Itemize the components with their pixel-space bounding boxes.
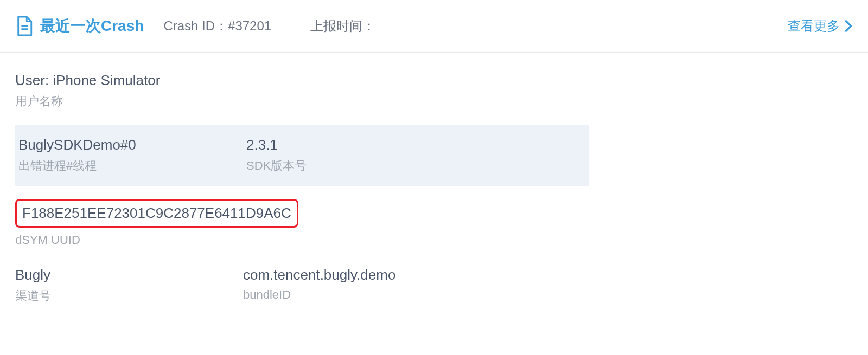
- bundle-id-value: com.tencent.bugly.demo: [243, 267, 395, 283]
- content-area: User: iPhone Simulator 用户名称 BuglySDKDemo…: [0, 53, 868, 315]
- dsym-uuid-label: dSYM UUID: [15, 233, 853, 247]
- sdk-version-label: SDK版本号: [246, 158, 307, 174]
- user-block: User: iPhone Simulator 用户名称: [15, 72, 853, 109]
- process-sdk-row: BuglySDKDemo#0 出错进程#线程 2.3.1 SDK版本号: [15, 125, 589, 186]
- sdk-version-value: 2.3.1: [246, 137, 307, 153]
- bundle-block: com.tencent.bugly.demo bundleID: [243, 267, 395, 304]
- sdk-block: 2.3.1 SDK版本号: [246, 137, 307, 174]
- chevron-right-icon: [844, 20, 853, 33]
- header-bar: 最近一次Crash Crash ID：#37201 上报时间： 查看更多: [0, 0, 868, 53]
- header-left: 最近一次Crash Crash ID：#37201 上报时间：: [15, 15, 788, 37]
- dsym-uuid-value: F188E251EE72301C9C2877E6411D9A6C: [22, 205, 291, 222]
- crash-id: Crash ID：#37201: [163, 17, 271, 35]
- report-time-label: 上报时间：: [310, 18, 375, 33]
- process-block: BuglySDKDemo#0 出错进程#线程: [18, 137, 246, 174]
- user-label: 用户名称: [15, 93, 853, 109]
- process-label: 出错进程#线程: [18, 158, 246, 174]
- view-more-link[interactable]: 查看更多: [788, 17, 853, 35]
- channel-label: 渠道号: [15, 288, 243, 304]
- page-title: 最近一次Crash: [40, 16, 144, 36]
- dsym-highlight-box: F188E251EE72301C9C2877E6411D9A6C: [15, 199, 298, 228]
- report-time: 上报时间：: [310, 17, 375, 35]
- view-more-label: 查看更多: [788, 17, 840, 35]
- channel-value: Bugly: [15, 267, 243, 283]
- dsym-block: F188E251EE72301C9C2877E6411D9A6C dSYM UU…: [15, 199, 853, 247]
- user-value: User: iPhone Simulator: [15, 72, 853, 89]
- process-value: BuglySDKDemo#0: [18, 137, 246, 153]
- crash-id-value: #37201: [228, 18, 271, 33]
- channel-block: Bugly 渠道号: [15, 267, 243, 304]
- crash-id-label: Crash ID：: [163, 18, 228, 33]
- channel-bundle-row: Bugly 渠道号 com.tencent.bugly.demo bundleI…: [15, 267, 853, 304]
- document-icon: [15, 15, 34, 37]
- bundle-id-label: bundleID: [243, 288, 395, 302]
